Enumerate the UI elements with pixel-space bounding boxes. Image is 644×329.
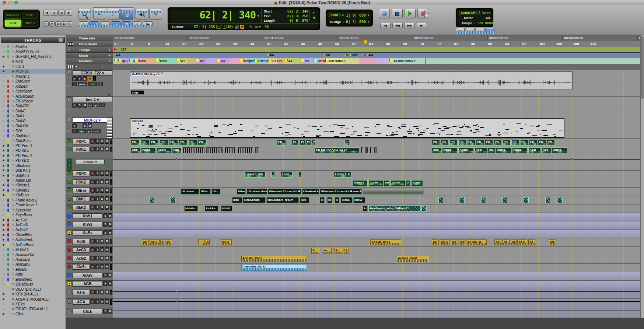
record-enable-button[interactable] [72, 123, 77, 128]
input-monitor-button[interactable]: I [95, 139, 99, 144]
mute-button[interactable]: M [105, 299, 109, 304]
track-lane[interactable] [113, 289, 644, 299]
clip[interactable]: PL [292, 140, 298, 146]
solo-button[interactable]: S [100, 196, 104, 201]
zoom-preset-button[interactable]: 1 [43, 21, 49, 27]
track-list-item[interactable]: ∿ Arabian2 [0, 257, 66, 262]
clip[interactable] [183, 147, 204, 153]
clip[interactable]: kick [232, 197, 242, 203]
clip[interactable]: PD. [485, 140, 493, 146]
track-show-dot[interactable] [3, 85, 4, 87]
clip[interactable]: PD. [458, 140, 466, 146]
track-show-dot[interactable] [3, 61, 4, 63]
track-lane[interactable] [113, 230, 644, 238]
meter-ruler[interactable]: ▾4/4▾▾4/4▾5/8▾9▾10/8▾9▾4/4 [113, 53, 644, 58]
track-list-item[interactable]: ▼ AcGatBuss [0, 242, 66, 247]
timebase-clock-icon[interactable]: ◔ [102, 65, 104, 69]
collapse-chevron-icon[interactable]: ▾ [67, 239, 71, 243]
clip[interactable] [113, 159, 644, 160]
clip[interactable]: Ac [494, 239, 501, 245]
marker[interactable]: I(B) [118, 59, 127, 63]
clip[interactable]: ki [327, 197, 332, 203]
collapse-chevron-icon[interactable]: ▾ [67, 248, 71, 252]
tempo-label[interactable]: Tempo [462, 21, 472, 25]
track-list-name[interactable]: PD Perc 2 [15, 154, 32, 158]
meter-event[interactable]: ▾4/4 [114, 53, 120, 57]
track-list-name[interactable]: KITs (Kit ALL) [15, 292, 38, 296]
track-list-name[interactable]: ArabianGat [15, 253, 34, 257]
track-name[interactable]: Inst 1 ▾ [72, 97, 112, 102]
track-show-dot[interactable] [3, 279, 4, 280]
mute-button[interactable]: M [105, 179, 109, 184]
track-list-name[interactable]: KeysBuss [15, 213, 32, 217]
solo-button[interactable]: S [100, 171, 104, 176]
collapse-lane-icon[interactable]: − [67, 159, 71, 162]
track-show-dot[interactable] [3, 145, 4, 147]
clip[interactable]: Apple. [458, 147, 474, 153]
clip[interactable] [481, 197, 486, 203]
clip[interactable]: PD. [198, 140, 207, 146]
track-list-name[interactable]: ElGATs (ElGat ALL) [15, 307, 48, 311]
track-name[interactable]: PDK2 [72, 179, 90, 185]
transport-expand-top-button[interactable] [424, 10, 429, 13]
record-enable-button[interactable] [90, 264, 95, 269]
track-list-item[interactable]: ∿ Ultrabeat [0, 163, 66, 168]
track-show-dot[interactable] [3, 51, 4, 53]
solo-button[interactable]: S [100, 256, 104, 260]
track-list-name[interactable]: Didj-L [15, 114, 25, 118]
return-to-zero-button[interactable]: |◀ [380, 23, 391, 28]
meter-event[interactable]: ▾5/8 [324, 53, 330, 57]
track-list-name[interactable]: AcGatStem [15, 94, 34, 98]
track-show-dot[interactable] [3, 184, 4, 186]
track-show-dot[interactable] [3, 303, 4, 305]
track-show-dot[interactable] [3, 249, 4, 251]
grid-label[interactable]: Grid [329, 13, 341, 17]
clip[interactable]: ki [335, 197, 339, 203]
add-marker-button[interactable]: + [108, 59, 111, 63]
track-list-item[interactable]: Σ Master 1 [0, 74, 66, 79]
track-list-item[interactable]: ∿ Didj-R [0, 119, 66, 123]
track-lane[interactable] [113, 158, 644, 171]
clip[interactable] [460, 197, 465, 203]
edit-window-view-selector-icon[interactable] [68, 65, 74, 69]
track-lane[interactable] [113, 97, 644, 117]
track-name[interactable]: PDK1 [72, 147, 90, 152]
meter-label[interactable]: Meter [464, 16, 473, 20]
input-monitor-button[interactable]: I [95, 188, 99, 193]
track-show-dot[interactable] [3, 209, 4, 211]
track-list-name[interactable]: DIDJ (Didj ALL) [15, 287, 41, 291]
track-show-dot[interactable] [3, 189, 4, 191]
input-monitor-button[interactable]: I [95, 196, 99, 201]
collapse-chevron-icon[interactable]: ▾ [67, 231, 71, 235]
track-list-item[interactable]: ▼ Kit-Buss [0, 193, 66, 197]
tempo-ruler[interactable]: ♩120 [113, 47, 644, 53]
collapse-chevron-icon[interactable]: ▾ [67, 300, 71, 304]
clip[interactable]: PD. [547, 140, 555, 146]
track-list-item[interactable]: ▼ Click [0, 312, 66, 316]
clip[interactable]: Ac [503, 239, 510, 245]
meter-event[interactable]: ▾9 [345, 53, 348, 57]
track-list-item[interactable]: ▼ KitVerb2 [0, 188, 66, 193]
track-list-name[interactable]: AcGatBuss [15, 243, 34, 247]
clip[interactable]: A [406, 180, 410, 186]
mute-button[interactable]: M [108, 213, 112, 218]
mute-button[interactable]: M [105, 171, 109, 176]
track-show-dot[interactable] [3, 283, 4, 285]
track-show-dot[interactable] [3, 165, 4, 167]
midi-zoom-button[interactable]: ≣ [58, 10, 65, 16]
track-show-dot[interactable] [3, 179, 4, 181]
collapse-chevron-icon[interactable]: ▾ [67, 309, 71, 313]
nudge-label[interactable]: Nudge [329, 20, 343, 24]
track-show-dot[interactable] [3, 95, 4, 97]
track-list-item[interactable]: ∿ Didj-L [0, 113, 66, 118]
play-button[interactable] [405, 9, 416, 18]
record-enable-button[interactable] [90, 256, 95, 260]
mute-button[interactable]: M [105, 247, 109, 252]
clip[interactable]: PD. [538, 140, 546, 146]
record-enable-button[interactable] [90, 290, 95, 294]
clip[interactable]: PD. [449, 140, 458, 146]
selection-row-value[interactable]: 62| 2| 340 [287, 9, 308, 14]
track-list-item[interactable]: ∿ Riffs [0, 272, 66, 277]
track-list-name[interactable]: Ac Gat [15, 218, 27, 222]
record-enable-button[interactable] [90, 299, 95, 304]
